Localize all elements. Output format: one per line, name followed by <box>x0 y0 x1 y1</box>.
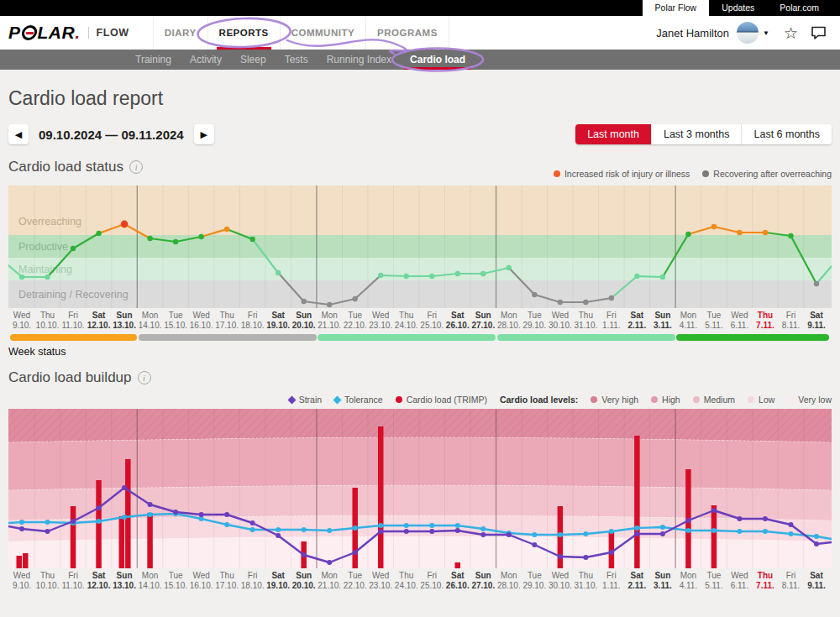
prev-period-button[interactable]: ◀ <box>8 124 29 144</box>
strain-point <box>199 512 204 517</box>
axis-label-mon-14-10: Mon14.10. <box>139 571 162 591</box>
topbar-tab-polar-com[interactable]: Polar.com <box>767 0 832 16</box>
legend-label: High <box>662 395 680 405</box>
tolerance-point <box>302 527 307 532</box>
legend-item-tolerance: Tolerance <box>334 395 383 405</box>
axis-label-mon-4-11: Mon4.11. <box>680 311 698 331</box>
legend-level-high: High <box>651 395 680 405</box>
axis-date: 5.11. <box>705 581 723 591</box>
status-point <box>404 274 409 279</box>
user-name[interactable]: Janet Hamilton <box>656 27 729 39</box>
buildup-section-title: Cardio load buildup i <box>8 369 151 386</box>
strain-point <box>429 529 434 534</box>
axis-day: Sat <box>266 311 290 321</box>
subnav-item-sleep[interactable]: Sleep <box>231 50 276 70</box>
axis-day: Thu <box>215 311 239 321</box>
axis-label-mon-21-10: Mon21.10. <box>318 571 341 591</box>
axis-day: Fri <box>782 571 801 581</box>
info-icon[interactable]: i <box>138 371 151 384</box>
subnav-item-tests[interactable]: Tests <box>276 50 318 70</box>
zone-band-productive <box>8 235 832 258</box>
legend-item-recovering-after-overreaching: Recovering after overreaching <box>702 169 832 179</box>
axis-day: Sat <box>446 311 470 321</box>
axis-day: Sat <box>628 311 647 321</box>
tolerance-point <box>45 520 50 525</box>
strain-point <box>480 532 486 537</box>
legend-dot-icon <box>748 396 754 403</box>
status-point <box>609 295 614 301</box>
nav-item-programs[interactable]: PROGRAMS <box>366 16 449 50</box>
legend-level-very-high: Very high <box>591 395 638 405</box>
buildup-legend: StrainToleranceCardio load (TRIMP)Cardio… <box>289 395 832 405</box>
axis-date: 26.10. <box>446 581 470 591</box>
axis-label-fri-1-11: Fri1.11. <box>602 311 621 331</box>
next-period-button[interactable]: ▶ <box>194 124 214 144</box>
status-point <box>532 292 537 297</box>
subnav-item-activity[interactable]: Activity <box>181 50 231 70</box>
legend-level-low: Low <box>748 395 774 405</box>
strain-point <box>71 519 76 524</box>
topbar-tab-updates[interactable]: Updates <box>709 0 767 16</box>
last-3-months-button[interactable]: Last 3 months <box>651 124 742 144</box>
status-point <box>480 271 486 276</box>
axis-label-wed-16-10: Wed16.10. <box>190 571 213 591</box>
strain-point <box>660 531 665 536</box>
subnav-item-cardio-load[interactable]: Cardio load <box>401 50 475 70</box>
axis-date: 27.10. <box>471 321 495 331</box>
chevron-down-icon[interactable]: ▼ <box>763 29 769 37</box>
axis-day: Wed <box>731 311 749 321</box>
tolerance-point <box>558 532 563 537</box>
strain-point <box>404 529 409 534</box>
axis-label-thu-31-10: Thu31.10. <box>574 311 597 331</box>
polar-logo[interactable]: PLAR. FLOW <box>8 23 129 43</box>
status-point <box>353 296 358 301</box>
axis-label-sun-27-10: Sun27.10. <box>471 311 495 331</box>
strain-point <box>455 528 460 533</box>
tolerance-point <box>122 515 127 520</box>
axis-date: 13.10. <box>113 321 136 331</box>
subnav-item-running-index[interactable]: Running Index <box>318 50 401 70</box>
favorites-star-icon[interactable]: ☆ <box>784 25 798 41</box>
axis-day: Tue <box>164 571 187 581</box>
axis-label-wed-6-11: Wed6.11. <box>731 311 749 331</box>
nav-item-diary[interactable]: DIARY <box>153 16 208 50</box>
user-avatar[interactable] <box>737 22 759 44</box>
feedback-chat-icon[interactable] <box>811 26 827 39</box>
status-point <box>19 275 24 280</box>
axis-date: 24.10. <box>395 581 418 591</box>
axis-date: 31.10. <box>574 321 597 331</box>
nav-item-reports[interactable]: REPORTS <box>208 16 281 50</box>
axis-label-tue-5-11: Tue5.11. <box>705 311 723 331</box>
axis-label-wed-30-10: Wed30.10. <box>549 311 572 331</box>
last-month-button[interactable]: Last month <box>575 124 651 144</box>
subnav-item-training[interactable]: Training <box>126 50 181 70</box>
axis-date: 25.10. <box>420 581 444 591</box>
info-icon[interactable]: i <box>129 160 143 174</box>
strain-point <box>507 532 512 537</box>
topbar-tab-polar-flow[interactable]: Polar Flow <box>643 0 710 16</box>
strain-point <box>634 531 639 536</box>
tolerance-point <box>148 512 153 517</box>
tolerance-point <box>19 520 24 525</box>
axis-date: 18.10. <box>241 321 265 331</box>
axis-label-thu-17-10: Thu17.10. <box>215 311 239 331</box>
axis-date: 9.11. <box>807 581 826 591</box>
axis-date: 19.10. <box>266 321 290 331</box>
axis-label-fri-8-11: Fri8.11. <box>782 571 801 591</box>
axis-day: Fri <box>420 571 444 581</box>
status-point <box>583 300 588 305</box>
strain-point <box>250 520 255 525</box>
axis-date: 11.10. <box>62 581 85 591</box>
axis-label-sun-3-11: Sun3.11. <box>654 571 672 591</box>
axis-day: Wed <box>549 571 572 581</box>
nav-item-community[interactable]: COMMUNITY <box>281 16 366 50</box>
last-6-months-button[interactable]: Last 6 months <box>741 124 832 144</box>
axis-date: 18.10. <box>241 581 265 591</box>
axis-date: 28.10. <box>497 321 521 331</box>
strain-point <box>711 508 717 513</box>
week-status-label: Week status <box>8 346 832 358</box>
axis-day: Mon <box>680 571 698 581</box>
cardio-load-buildup-chart <box>8 409 832 568</box>
tolerance-point <box>763 529 768 534</box>
axis-label-fri-11-10: Fri11.10. <box>62 311 85 331</box>
